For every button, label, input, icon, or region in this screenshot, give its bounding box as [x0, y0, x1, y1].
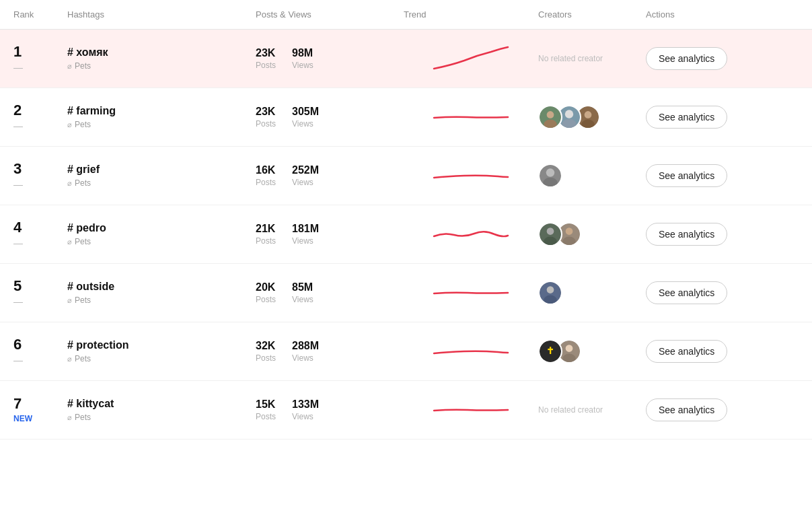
table-header: Rank Hashtags Posts & Views Trend Creato…	[0, 0, 812, 30]
rank-number: 7	[13, 396, 67, 411]
svg-point-25	[562, 354, 576, 363]
rank-dash: —	[13, 179, 67, 190]
rank-cell: 1 —	[13, 44, 67, 73]
views-label: Views	[292, 119, 319, 129]
posts-stat: 20K Posts	[256, 281, 276, 304]
no-creator-label: No related creator	[538, 54, 603, 63]
svg-point-1	[547, 111, 554, 118]
views-label: Views	[292, 412, 319, 421]
avatar-group	[538, 222, 581, 246]
views-value: 305M	[292, 106, 319, 118]
header-trend: Trend	[404, 9, 538, 20]
views-stat: 305M Views	[292, 106, 319, 129]
rank-number: 3	[13, 162, 67, 176]
creators-cell: No related creator	[538, 405, 646, 415]
views-label: Views	[292, 61, 313, 70]
views-label: Views	[292, 353, 319, 363]
views-value: 98M	[292, 47, 313, 59]
posts-views-cell: 16K Posts 252M Views	[256, 164, 404, 187]
category-label: Pets	[75, 413, 91, 422]
see-analytics-button[interactable]: See analytics	[646, 281, 727, 304]
rank-number: 5	[13, 279, 67, 293]
svg-point-5	[562, 119, 576, 129]
header-actions: Actions	[646, 9, 767, 20]
table-row: 5 — # outside ⌀ Pets 20K Posts 85M Views	[0, 264, 812, 322]
creators-cell: No related creator	[538, 54, 646, 63]
see-analytics-button[interactable]: See analytics	[646, 47, 727, 70]
see-analytics-button[interactable]: See analytics	[646, 340, 727, 363]
hashtag-name: # protection	[67, 339, 256, 351]
hashtag-table: Rank Hashtags Posts & Views Trend Creato…	[0, 0, 812, 525]
avatar-group	[538, 105, 600, 129]
views-value: 252M	[292, 164, 319, 176]
actions-cell: See analytics	[646, 281, 767, 304]
see-analytics-button[interactable]: See analytics	[646, 223, 727, 246]
hashtag-category: ⌀ Pets	[67, 413, 256, 422]
posts-label: Posts	[256, 236, 276, 246]
svg-point-8	[581, 120, 595, 129]
posts-label: Posts	[256, 119, 276, 129]
posts-stat: 21K Posts	[256, 223, 276, 246]
see-analytics-button[interactable]: See analytics	[646, 398, 727, 421]
tag-icon: ⌀	[67, 120, 72, 129]
hashtag-cell: # farming ⌀ Pets	[67, 105, 256, 129]
svg-point-10	[546, 168, 554, 176]
views-stat: 181M Views	[292, 223, 319, 246]
hashtag-cell: # kittycat ⌀ Pets	[67, 398, 256, 422]
views-stat: 252M Views	[292, 164, 319, 187]
svg-point-20	[544, 295, 557, 305]
actions-cell: See analytics	[646, 106, 767, 129]
category-label: Pets	[75, 295, 91, 305]
svg-point-16	[566, 228, 573, 235]
views-stat: 133M Views	[292, 398, 319, 421]
posts-stat: 23K Posts	[256, 106, 276, 129]
rank-new-badge: NEW	[13, 414, 67, 423]
hashtag-cell: # grief ⌀ Pets	[67, 164, 256, 188]
rank-cell: 2 —	[13, 103, 67, 131]
posts-stat: 32K Posts	[256, 340, 276, 363]
actions-cell: See analytics	[646, 398, 767, 421]
svg-text:✝: ✝	[546, 345, 554, 356]
tag-icon: ⌀	[67, 296, 72, 305]
category-label: Pets	[75, 237, 91, 246]
posts-label: Posts	[256, 178, 276, 187]
views-value: 288M	[292, 340, 319, 352]
hashtag-name: # kittycat	[67, 398, 256, 410]
rank-cell: 6 —	[13, 337, 67, 365]
table-row: 4 — # pedro ⌀ Pets 21K Posts 181M Views	[0, 205, 812, 264]
hashtag-category: ⌀ Pets	[67, 237, 256, 246]
views-value: 181M	[292, 223, 319, 235]
trend-cell	[404, 217, 538, 251]
hashtag-cell: # pedro ⌀ Pets	[67, 222, 256, 246]
table-row: 6 — # protection ⌀ Pets 32K Posts 288M V…	[0, 322, 812, 381]
trend-cell	[404, 393, 538, 427]
svg-point-2	[544, 120, 557, 129]
category-label: Pets	[75, 178, 91, 188]
creators-cell	[538, 222, 646, 246]
posts-views-cell: 20K Posts 85M Views	[256, 281, 404, 304]
posts-value: 21K	[256, 223, 276, 235]
rank-number: 1	[13, 44, 67, 59]
views-label: Views	[292, 295, 313, 304]
see-analytics-button[interactable]: See analytics	[646, 106, 727, 129]
rank-cell: 3 —	[13, 162, 67, 190]
avatar	[538, 222, 562, 246]
views-stat: 288M Views	[292, 340, 319, 363]
category-label: Pets	[75, 61, 91, 71]
svg-point-24	[566, 345, 573, 352]
posts-label: Posts	[256, 295, 276, 304]
header-hashtags: Hashtags	[67, 9, 256, 20]
see-analytics-button[interactable]: See analytics	[646, 164, 727, 187]
views-value: 85M	[292, 281, 313, 293]
tag-icon: ⌀	[67, 62, 72, 71]
trend-cell	[404, 159, 538, 193]
creators-cell: ✝	[538, 339, 646, 363]
hashtag-name: # хомяк	[67, 46, 256, 59]
views-label: Views	[292, 178, 319, 187]
rank-number: 2	[13, 103, 67, 118]
table-row: 2 — # farming ⌀ Pets 23K Posts 305M View…	[0, 88, 812, 147]
posts-label: Posts	[256, 412, 276, 421]
tag-icon: ⌀	[67, 179, 72, 188]
posts-stat: 23K Posts	[256, 47, 276, 70]
posts-label: Posts	[256, 353, 276, 363]
